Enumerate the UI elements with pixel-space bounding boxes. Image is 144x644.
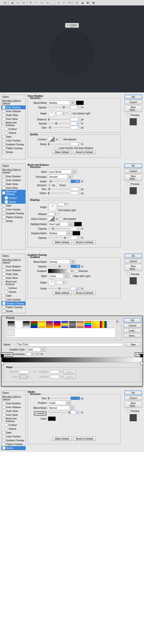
position-select[interactable]: Inside▼	[48, 401, 71, 405]
preset-swatch[interactable]	[15, 321, 22, 328]
presets-menu-icon[interactable]: ▸	[116, 320, 119, 323]
make-default-button[interactable]: Make Default	[52, 291, 72, 295]
checkbox-icon[interactable]: ✓	[2, 150, 5, 154]
style-outer-glow[interactable]: Outer Glow	[1, 113, 25, 117]
preset-swatch[interactable]	[100, 321, 107, 328]
reset-default-button[interactable]: Reset to Default	[73, 240, 96, 244]
blend-mode-select[interactable]: Multiply▼	[48, 101, 75, 105]
soften-slider[interactable]	[48, 192, 70, 195]
style-texture[interactable]: Texture	[1, 131, 25, 135]
antialiased-checkbox[interactable]	[59, 218, 62, 220]
reset-default-button[interactable]: Reset to Default	[73, 150, 96, 154]
shadow-color-swatch[interactable]	[76, 101, 84, 105]
angle-input[interactable]	[56, 281, 66, 284]
subtract-icon[interactable]: ◪	[80, 0, 85, 5]
cancel-button[interactable]: Cancel	[124, 259, 142, 263]
technique-select[interactable]: Smooth▼	[48, 175, 73, 179]
preset-swatch[interactable]	[77, 321, 84, 328]
altitude-input[interactable]	[48, 212, 58, 216]
style-bevel[interactable]: ✓Bevel and Emboss	[1, 121, 25, 127]
depth-input[interactable]	[71, 180, 80, 183]
style-satin[interactable]: Satin	[1, 135, 25, 138]
preset-swatch[interactable]	[107, 321, 115, 328]
angle-dial[interactable]	[48, 110, 55, 117]
scale-slider[interactable]	[48, 287, 70, 290]
polygon-icon[interactable]: ⬠	[56, 0, 61, 5]
style-inner-shadow[interactable]: Inner Shadow	[1, 109, 25, 113]
preset-swatch[interactable]	[7, 321, 15, 328]
scale-input[interactable]	[71, 287, 80, 290]
highlight-mode-select[interactable]: Hard Light▼	[48, 222, 73, 226]
reset-default-button[interactable]: Reset to Default	[73, 291, 96, 295]
checkbox-icon[interactable]: ✓	[2, 143, 5, 146]
knockout-checkbox[interactable]: ✓	[55, 146, 58, 150]
noise-input[interactable]	[71, 142, 80, 146]
style-texture[interactable]: Texture	[1, 200, 25, 204]
style-gradient-overlay[interactable]: ✓Gradient Overlay	[1, 142, 25, 146]
blend-mode-select[interactable]: Overlay▼	[48, 260, 75, 264]
intersect-icon[interactable]: ◩	[85, 0, 90, 5]
checkbox-icon[interactable]	[2, 139, 5, 142]
checkbox-icon[interactable]	[2, 114, 5, 116]
preview-checkbox[interactable]: ✓	[127, 114, 130, 116]
opacity-stop-right[interactable]	[140, 354, 143, 358]
gradient-name-input[interactable]	[16, 343, 124, 346]
ok-button[interactable]: OK	[124, 318, 141, 322]
style-pattern-overlay[interactable]: Pattern Overlay	[1, 146, 25, 150]
make-default-button[interactable]: Make Default	[52, 240, 72, 244]
gradient-preview[interactable]	[48, 269, 70, 273]
angle-input[interactable]	[56, 112, 66, 115]
pentool-icon[interactable]: ✎	[28, 0, 33, 5]
distance-input[interactable]	[71, 118, 80, 121]
checkbox-icon[interactable]	[2, 147, 5, 150]
roundrect-icon[interactable]: ▢	[45, 0, 50, 5]
make-default-button[interactable]: Make Default	[52, 437, 72, 441]
style-drop-shadow[interactable]: ✓Drop Shadow	[1, 174, 25, 178]
ok-button[interactable]: OK	[124, 390, 142, 395]
style-contour[interactable]: Contour	[1, 196, 25, 200]
gloss-contour-picker[interactable]	[48, 216, 55, 221]
preset-swatch[interactable]	[53, 321, 61, 328]
new-button[interactable]: New	[126, 342, 141, 346]
preset-swatch[interactable]	[7, 329, 15, 336]
hl-opacity-input[interactable]	[71, 227, 80, 230]
antialiased-checkbox[interactable]	[59, 138, 62, 141]
bevel-style-select[interactable]: Inner Bevel▼	[48, 170, 77, 174]
ok-button[interactable]: OK	[124, 95, 142, 99]
direction-down-radio[interactable]	[56, 184, 59, 187]
soften-input[interactable]	[71, 192, 80, 195]
angle-dial[interactable]	[48, 279, 55, 286]
spread-input[interactable]	[71, 122, 80, 125]
opacity-input[interactable]	[71, 265, 80, 268]
stroke-color-swatch[interactable]	[48, 416, 56, 421]
make-default-button[interactable]: Make Default	[52, 150, 72, 154]
save-button[interactable]: Save...	[124, 334, 141, 338]
cancel-button[interactable]: Cancel	[124, 324, 141, 328]
opacity-input[interactable]	[71, 411, 80, 414]
freeform-icon[interactable]: 〰	[34, 0, 39, 5]
align-checkbox[interactable]: ✓	[70, 274, 73, 278]
checkbox-icon[interactable]	[2, 110, 5, 113]
hl-opacity-slider[interactable]	[48, 227, 70, 230]
ellipse-icon[interactable]: ◯	[50, 0, 55, 5]
mode-shape-icon[interactable]: ▦	[10, 0, 15, 5]
combine-icon[interactable]: ◫	[74, 0, 79, 5]
gradient-type-select[interactable]: Solid▼	[26, 347, 46, 352]
exclude-icon[interactable]: ▣	[91, 0, 96, 5]
preview-checkbox[interactable]: ✓	[127, 182, 130, 186]
cancel-button[interactable]: Cancel	[124, 396, 142, 400]
custom-icon[interactable]: ☆▾	[67, 0, 72, 5]
checkbox-icon[interactable]	[2, 135, 5, 138]
opacity-stop-left[interactable]	[1, 354, 4, 358]
preview-checkbox[interactable]: ✓	[127, 410, 130, 412]
mode-fill-icon[interactable]: ▢	[21, 0, 26, 5]
reset-default-button[interactable]: Reset to Default	[73, 437, 96, 441]
cancel-button[interactable]: Cancel	[124, 169, 142, 173]
checkbox-icon[interactable]	[2, 118, 5, 120]
blending-options-row[interactable]: Blending Options: Default	[1, 99, 25, 106]
line-icon[interactable]: ╱	[61, 0, 66, 5]
gradient-bar[interactable]	[2, 357, 142, 362]
opacity-slider[interactable]	[48, 106, 70, 109]
preset-swatch[interactable]	[23, 321, 30, 328]
angle-dial[interactable]	[48, 202, 57, 212]
